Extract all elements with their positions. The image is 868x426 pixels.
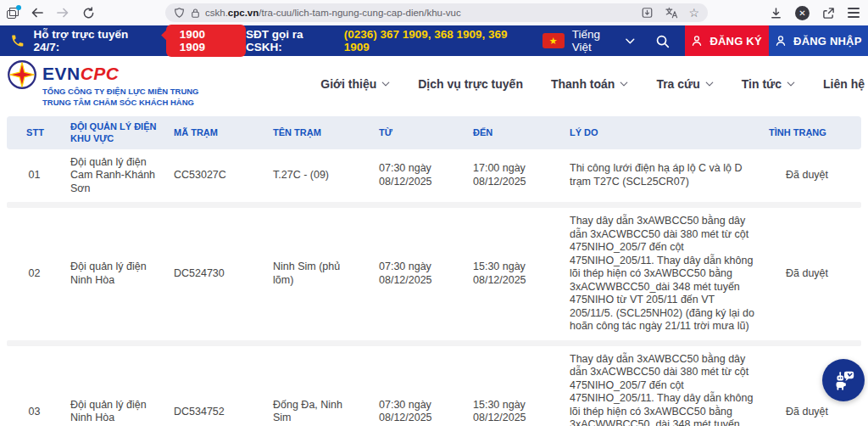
cell-doi: Đội quản lý điện Cam Ranh-Khánh Sơn <box>64 149 167 203</box>
cell-ma-tram: DC534752 <box>167 399 266 426</box>
evn-star-icon <box>7 59 37 90</box>
col-header-ly-do[interactable]: LÝ DO <box>563 122 762 143</box>
cell-ly-do: Thay dây dẫn 3xAWBCC50 bằng dây dẫn 3xAC… <box>563 208 762 340</box>
cell-tu: 07:30 ngày 08/12/2025 <box>372 392 466 426</box>
nav-tin-tuc[interactable]: Tin tức <box>742 77 795 91</box>
cell-den: 17:00 ngày 08/12/2025 <box>466 155 563 195</box>
status-badge: Đã duyệt <box>762 261 861 288</box>
user-icon <box>691 35 703 47</box>
status-badge: Đã duyệt <box>762 162 861 189</box>
address-bar[interactable]: cskh.cpc.vn/tra-cuu/lich-tam-ngung-cung-… <box>165 3 708 22</box>
bookmark-star-icon[interactable]: ☆ <box>688 7 699 19</box>
col-header-stt[interactable]: STT <box>7 122 64 143</box>
reload-button[interactable] <box>79 3 97 22</box>
site-header: EVNCPC TỔNG CÔNG TY ĐIỆN LỰC MIỀN TRUNG … <box>0 56 868 112</box>
chevron-down-icon <box>787 81 795 87</box>
cell-ma-tram: CC53027C <box>167 162 266 189</box>
chatbot-button[interactable] <box>822 359 865 401</box>
col-header-tinh-trang[interactable]: TÌNH TRẠNG <box>762 122 861 143</box>
table-row[interactable]: 01 Đội quản lý điện Cam Ranh-Khánh Sơn C… <box>7 149 861 203</box>
cell-tu: 07:30 ngày 08/12/2025 <box>372 155 466 195</box>
cell-ly-do: Thi công lưới điện hạ áp lộ C và lộ D tr… <box>563 155 762 195</box>
nav-tra-cuu[interactable]: Tra cứu <box>656 77 713 91</box>
forward-button[interactable] <box>53 3 72 22</box>
cell-den: 15:30 ngày 08/12/2025 <box>466 392 563 426</box>
lock-icon[interactable] <box>191 8 200 19</box>
col-header-ma-tram[interactable]: MÃ TRẠM <box>167 122 266 143</box>
vietnam-flag-icon: ★ <box>542 33 565 48</box>
nav-thanh-toan[interactable]: Thanh toán <box>551 77 628 91</box>
menu-icon[interactable] <box>848 8 860 17</box>
url-text: cskh.cpc.vn/tra-cuu/lich-tam-ngung-cung-… <box>205 8 641 18</box>
row-divider <box>7 340 861 346</box>
cell-ten-tram: Ninh Sim (phủ lõm) <box>266 254 372 294</box>
cell-stt: 01 <box>7 162 64 189</box>
col-header-den[interactable]: ĐẾN <box>466 122 563 143</box>
cell-den: 15:30 ngày 08/12/2025 <box>466 254 563 294</box>
register-button[interactable]: ĐĂNG KÝ <box>685 25 769 56</box>
install-pwa-icon[interactable] <box>641 7 654 19</box>
user-icon <box>775 35 787 47</box>
firefox-view-icon[interactable] <box>7 8 19 19</box>
support-label: Hỗ trợ trực tuyến 24/7: <box>34 28 154 53</box>
row-divider <box>7 202 861 208</box>
top-bar: Hỗ trợ trực tuyến 24/7: 1900 1909 SĐT gọ… <box>0 25 868 56</box>
translate-icon[interactable] <box>665 7 678 19</box>
col-header-doi-quan-ly[interactable]: ĐỘI QUẢN LÝ ĐIỆN KHU VỰC <box>64 116 167 149</box>
outage-table: STT ĐỘI QUẢN LÝ ĐIỆN KHU VỰC MÃ TRẠM TÊN… <box>0 112 868 426</box>
chevron-down-icon <box>620 81 628 87</box>
status-badge: Đã duyệt <box>762 399 861 426</box>
back-button[interactable] <box>28 3 47 22</box>
downloads-icon[interactable] <box>770 7 782 20</box>
login-button[interactable]: ĐĂNG NHẬP <box>769 25 868 56</box>
language-selector[interactable]: Tiếng Việt <box>572 28 635 53</box>
nav-lien-he[interactable]: Liên hệ <box>823 77 865 91</box>
chevron-down-icon <box>705 81 714 87</box>
nav-dich-vu-truc-tuyen[interactable]: Dịch vụ trực tuyến <box>418 77 523 91</box>
cell-tu: 07:30 ngày 08/12/2025 <box>372 254 466 294</box>
evncpc-logo[interactable]: EVNCPC TỔNG CÔNG TY ĐIỆN LỰC MIỀN TRUNG … <box>7 59 199 109</box>
cell-doi: Đội quản lý điện Ninh Hòa <box>64 392 167 426</box>
chevron-down-icon <box>626 38 635 44</box>
page: cskh.cpc.vn/tra-cuu/lich-tam-ngung-cung-… <box>0 0 868 426</box>
cell-ten-tram: T.27C - (09) <box>266 162 372 189</box>
cell-stt: 03 <box>7 399 64 426</box>
table-header-row: STT ĐỘI QUẢN LÝ ĐIỆN KHU VỰC MÃ TRẠM TÊN… <box>7 116 861 149</box>
browser-toolbar: cskh.cpc.vn/tra-cuu/lich-tam-ngung-cung-… <box>0 0 868 25</box>
table-row[interactable]: 03 Đội quản lý điện Ninh Hòa DC534752 Đố… <box>7 346 861 426</box>
main-nav: Giới thiệu Dịch vụ trực tuyến Thanh toán… <box>320 77 866 91</box>
cell-stt: 02 <box>7 261 64 288</box>
cell-ten-tram: Đống Đa, Ninh Sim <box>266 392 372 426</box>
cell-ma-tram: DC524730 <box>167 261 266 288</box>
col-header-ten-tram[interactable]: TÊN TRẠM <box>266 122 372 143</box>
chevron-down-icon <box>381 81 390 87</box>
chatbot-icon <box>831 367 856 393</box>
org-name: TỔNG CÔNG TY ĐIỆN LỰC MIỀN TRUNG TRUNG T… <box>42 87 199 109</box>
phone-icon <box>10 33 25 48</box>
share-icon[interactable] <box>822 7 835 20</box>
brand-text: EVNCPC <box>42 64 199 82</box>
cskh-numbers: (0236) 367 1909, 368 1909, 369 1909 <box>344 28 531 53</box>
extension-badge-icon[interactable]: ✕ <box>795 6 810 20</box>
nav-gioi-thieu[interactable]: Giới thiệu <box>320 77 390 91</box>
cell-ly-do: Thay dây dẫn 3xAWBCC50 bằng dây dẫn 3xAC… <box>563 346 762 426</box>
col-header-tu[interactable]: TỪ <box>372 122 466 143</box>
search-icon[interactable] <box>655 34 670 48</box>
cskh-label: SĐT gọi ra CSKH: <box>246 28 340 53</box>
shield-icon[interactable] <box>174 7 185 19</box>
table-row[interactable]: 02 Đội quản lý điện Ninh Hòa DC524730 Ni… <box>7 208 861 340</box>
hotline-badge[interactable]: 1900 1909 <box>166 25 246 57</box>
cell-doi: Đội quản lý điện Ninh Hòa <box>64 254 167 294</box>
